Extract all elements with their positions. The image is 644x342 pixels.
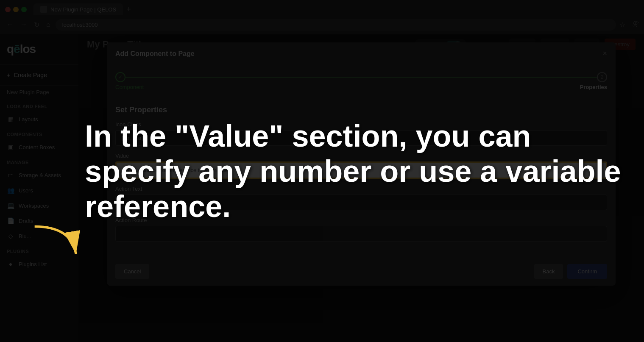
modal-overlay: Add Component to Page × ✓ 2 Component Pr… <box>78 34 644 342</box>
logo: qēlos <box>7 42 72 56</box>
add-component-modal: Add Component to Page × ✓ 2 Component Pr… <box>107 42 616 286</box>
step-1-label: Component <box>115 84 144 90</box>
new-tab-button[interactable]: + <box>123 3 134 16</box>
dot-maximize[interactable] <box>21 7 27 12</box>
stepper-line: ✓ 2 <box>115 72 607 82</box>
sidebar-item-workspaces[interactable]: 💻 Workspaces <box>0 198 78 213</box>
back-button[interactable]: Back <box>534 264 563 279</box>
plugins-label: PLUGINS <box>0 244 78 256</box>
step-1-circle: ✓ <box>115 72 125 82</box>
browser-tab-active[interactable]: New Plugin Page | QELOS <box>33 3 123 15</box>
forward-button[interactable]: → <box>19 19 29 30</box>
step-2-circle: 2 <box>597 72 607 82</box>
stepper-content: ✓ 2 Component Properties <box>115 72 607 90</box>
action-route-label: Action Route <box>115 217 607 223</box>
plus-icon: + <box>7 72 10 78</box>
step-line <box>125 77 597 78</box>
sidebar-item-storage[interactable]: 🗃 Storage & Assets <box>0 167 78 183</box>
icon-class-group: Icon Class <box>115 121 607 146</box>
browser-toolbar: ← → ↻ ⌂ ☆ ⛈ <box>0 15 644 34</box>
star-icon[interactable]: ☆ <box>619 21 625 29</box>
modal-body: Set Properties Icon Class Value Action T… <box>107 97 616 257</box>
workspaces-icon: 💻 <box>7 202 14 209</box>
extensions-icon[interactable]: ⛈ <box>632 21 639 29</box>
layouts-icon: ▦ <box>7 116 14 122</box>
browser-tabs: New Plugin Page | QELOS + <box>0 0 644 15</box>
back-button[interactable]: ← <box>5 19 15 30</box>
footer-right: Back Confirm <box>534 264 607 279</box>
icon-class-label: Icon Class <box>115 121 607 128</box>
blu-icon: ◇ <box>7 233 14 239</box>
dot-minimize[interactable] <box>13 7 19 12</box>
users-icon: 👥 <box>7 187 14 194</box>
action-text-group: Action Text <box>115 186 607 210</box>
sidebar: qēlos + Create Page New Plugin Page LOOK… <box>0 34 78 342</box>
value-input[interactable] <box>115 161 607 179</box>
sidebar-item-plugins-list[interactable]: ● Plugins List <box>0 256 78 272</box>
action-route-select[interactable] <box>115 226 607 242</box>
value-group: Value <box>115 153 607 179</box>
address-bar[interactable] <box>56 19 616 31</box>
sidebar-item-content-boxes[interactable]: ▣ Content Boxes <box>0 139 78 155</box>
app-layout: qēlos + Create Page New Plugin Page LOOK… <box>0 34 644 342</box>
action-text-input[interactable] <box>115 195 607 210</box>
modal-title: Add Component to Page <box>115 50 195 58</box>
storage-label: Storage & Assets <box>19 172 61 178</box>
look-and-feel-label: LOOK AND FEEL <box>0 99 78 111</box>
modal-header: Add Component to Page × <box>107 42 616 65</box>
confirm-button[interactable]: Confirm <box>567 264 607 279</box>
action-text-label: Action Text <box>115 186 607 192</box>
value-label: Value <box>115 153 607 159</box>
layouts-label: Layouts <box>19 116 38 122</box>
reload-button[interactable]: ↻ <box>32 19 41 31</box>
tab-title: New Plugin Page | QELOS <box>50 6 116 13</box>
browser-dots <box>5 7 27 12</box>
manage-label: MANAGE <box>0 155 78 167</box>
sidebar-item-new-plugin-page[interactable]: New Plugin Page <box>0 86 78 99</box>
sidebar-item-layouts[interactable]: ▦ Layouts <box>0 111 78 127</box>
stepper: ✓ 2 Component Properties <box>107 65 616 97</box>
sidebar-logo: qēlos <box>0 34 78 65</box>
components-label: COMPONENTS <box>0 127 78 139</box>
workspaces-label: Workspaces <box>19 203 49 209</box>
sidebar-item-blu[interactable]: ◇ Blu... <box>0 228 78 244</box>
main-content: My Page Title Edit Mode Administrator Cl… <box>78 34 644 342</box>
tab-favicon <box>40 6 47 13</box>
set-properties-title: Set Properties <box>115 106 607 114</box>
dot-close[interactable] <box>5 7 11 12</box>
blu-label: Blu... <box>19 233 31 239</box>
storage-icon: 🗃 <box>7 172 14 178</box>
sidebar-item-users[interactable]: 👥 Users <box>0 183 78 198</box>
toolbar-icons: ☆ ⛈ <box>619 21 639 29</box>
users-label: Users <box>19 187 33 194</box>
browser-chrome: New Plugin Page | QELOS + ← → ↻ ⌂ ☆ ⛈ <box>0 0 644 34</box>
stepper-labels: Component Properties <box>115 84 607 90</box>
plugins-icon: ● <box>7 261 14 267</box>
home-button[interactable]: ⌂ <box>45 19 52 30</box>
create-page-button[interactable]: + Create Page <box>0 65 78 86</box>
cancel-button[interactable]: Cancel <box>115 264 149 279</box>
drafts-label: Drafts <box>19 218 33 224</box>
modal-close-button[interactable]: × <box>602 49 607 58</box>
modal-footer: Cancel Back Confirm <box>107 257 616 286</box>
content-boxes-icon: ▣ <box>7 144 14 150</box>
step-2-label: Properties <box>580 84 607 90</box>
sidebar-item-drafts[interactable]: 📄 Drafts <box>0 213 78 228</box>
drafts-icon: 📄 <box>7 217 14 224</box>
create-page-label: Create Page <box>14 72 47 78</box>
icon-class-input[interactable] <box>115 130 607 146</box>
plugins-list-label: Plugins List <box>19 261 47 267</box>
action-route-group: Action Route <box>115 217 607 242</box>
content-boxes-label: Content Boxes <box>19 144 55 150</box>
